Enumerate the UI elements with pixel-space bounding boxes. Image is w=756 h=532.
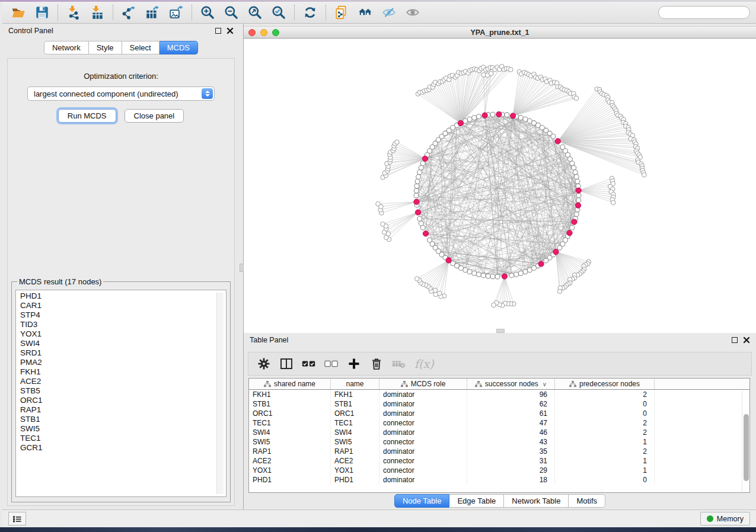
close-panel-icon[interactable] bbox=[227, 27, 234, 34]
vertical-splitter[interactable] bbox=[240, 24, 244, 509]
create-column-button[interactable] bbox=[346, 355, 362, 372]
table-scrollbar[interactable] bbox=[742, 390, 749, 492]
search-field[interactable] bbox=[658, 6, 750, 19]
table-row[interactable]: SWI4SWI4dominator462 bbox=[249, 428, 749, 437]
column-header-predecessor-nodes[interactable]: predecessor nodes bbox=[555, 379, 655, 389]
mcds-node-item[interactable]: PMA2 bbox=[20, 358, 226, 367]
clone-network-button[interactable] bbox=[331, 4, 352, 21]
table-toolbar: f(x) bbox=[248, 352, 752, 376]
column-header-successor-nodes[interactable]: successor nodes∨ bbox=[467, 379, 555, 389]
mcds-node-item[interactable]: STP4 bbox=[20, 310, 226, 320]
zoom-selected-button[interactable] bbox=[269, 4, 289, 21]
mcds-list-scrollbar[interactable] bbox=[216, 293, 224, 494]
tab-network-table[interactable]: Network Table bbox=[504, 494, 569, 508]
search-input[interactable] bbox=[666, 8, 756, 17]
mcds-node-item[interactable]: SRD1 bbox=[20, 348, 226, 358]
mcds-node-item[interactable]: YOX1 bbox=[20, 329, 226, 339]
mcds-node-item[interactable]: FKH1 bbox=[20, 367, 226, 377]
table-row[interactable]: TEC1TEC1connector472 bbox=[249, 418, 749, 428]
run-mcds-button[interactable]: Run MCDS bbox=[58, 109, 116, 123]
table-settings-button[interactable] bbox=[256, 355, 272, 372]
table-row[interactable]: ACE2ACE2connector311 bbox=[249, 456, 749, 466]
mcds-node-item[interactable]: STB5 bbox=[20, 386, 226, 396]
zoom-in-button[interactable] bbox=[197, 4, 218, 21]
save-session-button[interactable] bbox=[32, 4, 52, 21]
deselect-all-button[interactable] bbox=[323, 355, 340, 372]
mcds-node-item[interactable]: RAP1 bbox=[20, 405, 226, 415]
table-row[interactable]: SWI5SWI5connector431 bbox=[249, 437, 749, 447]
network-view-window: YPA_prune.txt_1 bbox=[244, 24, 756, 333]
open-session-button[interactable] bbox=[8, 4, 28, 21]
float-table-panel-icon[interactable] bbox=[732, 337, 738, 343]
table-row[interactable]: YOX1YOX1connector291 bbox=[249, 466, 749, 475]
delete-column-button[interactable] bbox=[368, 355, 385, 372]
cell-successor-nodes: 96 bbox=[467, 390, 555, 399]
column-header-shared-name[interactable]: shared name bbox=[249, 379, 331, 389]
mcds-node-item[interactable]: SWI5 bbox=[20, 424, 226, 434]
splitter-handle[interactable] bbox=[240, 264, 244, 272]
first-neighbors-button[interactable] bbox=[355, 4, 375, 21]
show-eye-icon bbox=[405, 5, 420, 20]
node-table[interactable]: shared namenameMCDS rolesuccessor nodes∨… bbox=[248, 378, 750, 493]
table-row[interactable]: ORC1ORC1dominator610 bbox=[249, 409, 749, 418]
zoom-fit-button[interactable] bbox=[245, 4, 265, 21]
hide-selected-button[interactable] bbox=[379, 4, 399, 21]
mcds-node-item[interactable]: STB1 bbox=[20, 415, 226, 424]
export-network-icon bbox=[121, 5, 136, 20]
float-panel-icon[interactable] bbox=[215, 28, 221, 34]
zoom-out-button[interactable] bbox=[221, 4, 241, 21]
mcds-node-item[interactable]: ORC1 bbox=[20, 396, 226, 405]
export-image-button[interactable] bbox=[166, 4, 186, 21]
cell-shared-name: TEC1 bbox=[249, 418, 331, 428]
import-table-button[interactable] bbox=[87, 4, 107, 21]
table-row[interactable]: FKH1FKH1dominator962 bbox=[249, 390, 749, 399]
apply-layout-button[interactable] bbox=[300, 4, 320, 21]
tab-style[interactable]: Style bbox=[89, 41, 122, 55]
tab-mcds[interactable]: MCDS bbox=[160, 41, 198, 55]
close-table-panel-icon[interactable] bbox=[743, 336, 750, 344]
cell-predecessor-nodes: 0 bbox=[555, 475, 655, 485]
tab-network[interactable]: Network bbox=[44, 41, 89, 55]
column-header-name[interactable]: name bbox=[331, 379, 379, 389]
cell-shared-name: YOX1 bbox=[249, 466, 331, 475]
show-all-button[interactable] bbox=[403, 4, 423, 21]
close-panel-button[interactable]: Close panel bbox=[125, 109, 184, 123]
mcds-node-item[interactable]: PHD1 bbox=[20, 291, 226, 301]
mcds-node-item[interactable]: ACE2 bbox=[20, 377, 226, 386]
function-builder-button[interactable]: f(x) bbox=[414, 357, 434, 370]
import-network-button[interactable] bbox=[63, 4, 84, 21]
mcds-node-item[interactable]: SWI4 bbox=[20, 339, 226, 348]
sort-menu-icon[interactable]: ∨ bbox=[543, 381, 547, 387]
toolbar-separator bbox=[294, 5, 295, 20]
tab-node-table[interactable]: Node Table bbox=[394, 494, 450, 508]
column-header-MCDS-role[interactable]: MCDS role bbox=[379, 379, 467, 389]
table-row[interactable]: STB1STB1dominator620 bbox=[249, 399, 749, 409]
toggle-panes-button[interactable] bbox=[278, 355, 295, 372]
tab-select[interactable]: Select bbox=[122, 41, 160, 55]
mcds-node-item[interactable]: TID3 bbox=[20, 320, 226, 329]
export-network-button[interactable] bbox=[119, 4, 139, 21]
memory-button[interactable]: Memory bbox=[700, 512, 750, 525]
criterion-dropdown[interactable]: largest connected component (undirected) bbox=[27, 86, 215, 101]
table-scrollbar-thumb[interactable] bbox=[744, 414, 749, 481]
cell-predecessor-nodes: 0 bbox=[555, 409, 655, 418]
delete-table-button[interactable] bbox=[391, 355, 407, 372]
table-row[interactable]: RAP1RAP1dominator352 bbox=[249, 447, 749, 456]
cell-MCDS-role: dominator bbox=[379, 390, 467, 399]
console-button[interactable] bbox=[8, 512, 26, 525]
mcds-result-list[interactable]: PHD1CAR1STP4TID3YOX1SWI4SRD1PMA2FKH1ACE2… bbox=[15, 290, 227, 497]
cell-MCDS-role: dominator bbox=[379, 399, 467, 409]
tab-motifs[interactable]: Motifs bbox=[569, 494, 605, 508]
mcds-node-item[interactable]: CAR1 bbox=[20, 301, 226, 310]
mcds-node-item[interactable]: GCR1 bbox=[20, 443, 226, 453]
horizontal-splitter-handle[interactable] bbox=[496, 329, 505, 333]
export-table-button[interactable] bbox=[142, 4, 162, 21]
table-row[interactable]: PHD1PHD1dominator180 bbox=[249, 475, 749, 485]
tab-edge-table[interactable]: Edge Table bbox=[449, 494, 504, 508]
cell-predecessor-nodes: 1 bbox=[555, 456, 655, 466]
select-all-button[interactable] bbox=[301, 355, 317, 372]
cell-successor-nodes: 46 bbox=[467, 428, 555, 437]
network-titlebar[interactable]: YPA_prune.txt_1 bbox=[244, 26, 756, 39]
network-canvas[interactable] bbox=[244, 39, 756, 333]
mcds-node-item[interactable]: TEC1 bbox=[20, 434, 226, 443]
